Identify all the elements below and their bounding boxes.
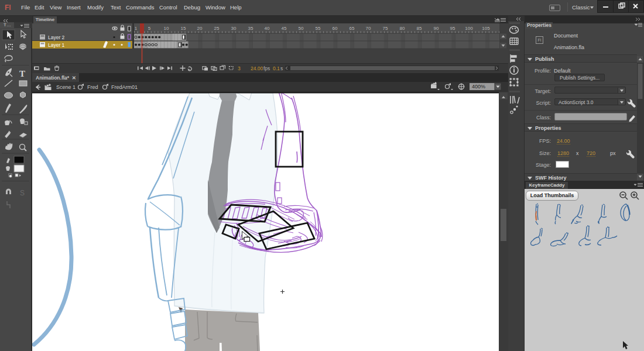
svg-text:35: 35: [248, 26, 254, 31]
svg-text:fps: fps: [263, 66, 270, 71]
svg-text:20: 20: [197, 26, 203, 31]
svg-text:70: 70: [366, 26, 371, 31]
svg-text:100: 100: [465, 26, 473, 31]
svg-text:65: 65: [350, 26, 355, 31]
svg-text:0.1: 0.1: [273, 66, 280, 71]
svg-text:75: 75: [383, 26, 388, 31]
svg-text:1: 1: [135, 26, 138, 31]
svg-text:85: 85: [417, 26, 422, 31]
svg-text:400%: 400%: [472, 84, 485, 90]
svg-text:105: 105: [482, 26, 490, 31]
svg-text:s: s: [280, 66, 283, 71]
svg-text:10: 10: [164, 26, 169, 31]
svg-text:40: 40: [265, 26, 270, 31]
svg-text:30: 30: [231, 26, 237, 31]
svg-text:80: 80: [400, 26, 405, 31]
svg-text:95: 95: [450, 26, 455, 31]
svg-text:90: 90: [434, 26, 439, 31]
svg-text:25: 25: [214, 26, 220, 31]
svg-text:15: 15: [181, 26, 186, 31]
svg-text:55: 55: [316, 26, 321, 31]
svg-text:5: 5: [148, 26, 151, 31]
svg-text:50: 50: [299, 26, 304, 31]
svg-text:45: 45: [282, 26, 287, 31]
svg-text:T: T: [19, 69, 25, 78]
svg-text:3: 3: [238, 66, 241, 71]
svg-text:24.00: 24.00: [251, 66, 263, 71]
svg-text:60: 60: [333, 26, 338, 31]
svg-text:S: S: [20, 189, 25, 197]
